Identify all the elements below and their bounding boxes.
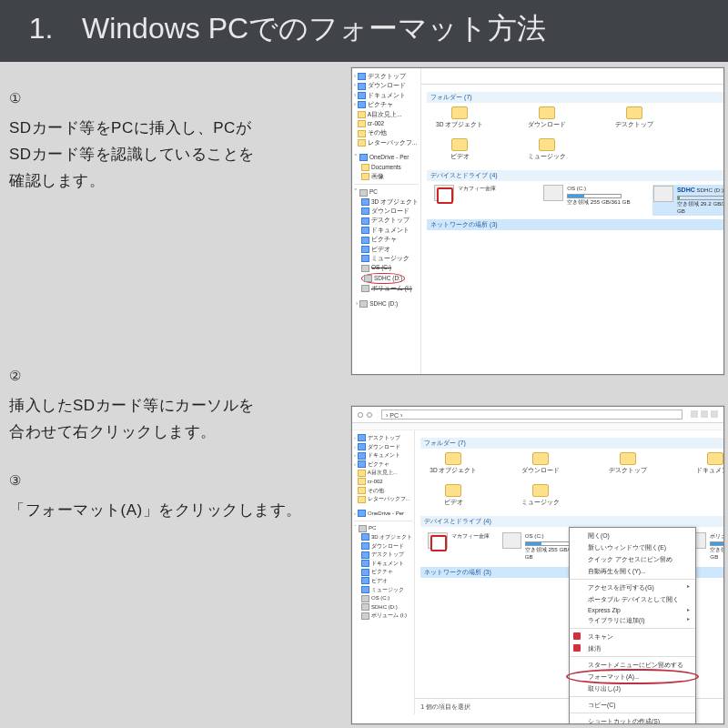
folder-item[interactable]: デスクトップ (609, 106, 660, 129)
section-header-devices[interactable]: デバイスとドライブ (4) (420, 516, 724, 527)
drive-mcafee[interactable]: マカフィー金庫 (428, 532, 491, 563)
menu-new-window[interactable]: 新しいウィンドウで開く(E) (570, 541, 695, 553)
folder-item[interactable]: ビデオ (428, 484, 479, 507)
menu-grant-access[interactable]: アクセスを許可する(G) (570, 581, 695, 593)
step-1-number: ① (9, 90, 337, 106)
folder-item[interactable]: デスクトップ (602, 452, 653, 475)
menu-scan[interactable]: スキャン (570, 631, 695, 642)
folder-item[interactable]: ダウンロード (521, 106, 572, 129)
menu-copy[interactable]: コピー(C) (570, 699, 695, 711)
folder-item[interactable]: ビデオ (434, 138, 485, 161)
context-menu: 開く(O) 新しいウィンドウで開く(E) クイック アクセスにピン留め 自動再生… (569, 527, 696, 724)
instructions-column: ① SDカード等をPCに挿入し、PCが SDカード等を認識していることを 確認し… (0, 62, 346, 524)
menu-format[interactable]: フォーマット(A)... (570, 671, 695, 682)
folder-item[interactable]: ダウンロード (515, 452, 566, 475)
sdcard-icon (653, 186, 673, 202)
drive-sdhc[interactable]: SDHC SDHC (D:) 空き領域 29.2 GB/29.2 GB (652, 185, 724, 216)
screenshot-explorer-context-menu: › PC › ›デスクトップ ›ダウンロード ›ドキュメント ›ピクチャ A目次… (351, 406, 724, 724)
menu-eject[interactable]: 取り出し(J) (570, 682, 695, 694)
menu-shred[interactable]: 抹消 (570, 642, 695, 654)
menu-shortcut[interactable]: ショートカットの作成(S) (570, 715, 695, 724)
menu-pin-quick[interactable]: クイック アクセスにピン留め (570, 553, 695, 565)
section-header-devices[interactable]: デバイスとドライブ (4) (427, 170, 724, 181)
step-2-number: ② (9, 368, 337, 384)
step-3-text: 「フォーマット(A)」をクリックします。 (9, 498, 337, 524)
explorer-nav-tree[interactable]: ›デスクトップ ›ダウンロード ›ドキュメント ›ピクチャ A目次見上... c… (352, 430, 415, 714)
address-bar[interactable]: › PC › (381, 410, 682, 420)
shield-icon (434, 185, 454, 201)
nav-forward-icon[interactable] (367, 412, 372, 418)
tree-sdhc-circled[interactable]: SDHC (D:) (354, 273, 419, 284)
folder-item[interactable]: ドキュメント (690, 452, 724, 475)
section-header-folders[interactable]: フォルダー (7) (427, 92, 724, 103)
folder-item[interactable]: ミュージック (521, 138, 572, 161)
nav-back-icon[interactable] (358, 412, 363, 418)
folder-item[interactable]: 3D オブジェクト (434, 106, 485, 129)
drive-osc[interactable]: OS (C:) 空き領域 255 GB/361 GB (543, 185, 634, 216)
step-3-number: ③ (9, 472, 337, 489)
section-header-folders[interactable]: フォルダー (7) (420, 438, 724, 449)
hdd-icon (502, 532, 521, 549)
folder-item[interactable]: 3D オブジェクト (428, 452, 479, 475)
title-number: 1. (0, 12, 82, 46)
menu-include-library[interactable]: ライブラリに追加(I) (570, 614, 695, 626)
menu-express-zip[interactable]: Express Zip (570, 605, 695, 614)
step-1-text: SDカード等をPCに挿入し、PCが SDカード等を認識していることを 確認します… (9, 116, 337, 195)
menu-autoplay[interactable]: 自動再生を開く(Y)... (570, 565, 695, 577)
drive-mcafee[interactable]: マカフィー金庫 (434, 185, 525, 216)
hdd-icon (543, 185, 563, 201)
page-title: 1.Windows PCでのフォーマット方法 (0, 0, 728, 62)
section-header-network[interactable]: ネットワークの場所 (3) (427, 219, 724, 230)
step-2-text: 挿入したSDカード等にカーソルを 合わせて右クリックします。 (9, 393, 337, 446)
shield-icon (428, 532, 448, 549)
menu-open[interactable]: 開く(O) (570, 530, 695, 541)
title-text: Windows PCでのフォーマット方法 (82, 12, 546, 45)
menu-portable-device[interactable]: ポータブル デバイスとして開く (570, 593, 695, 605)
screenshot-explorer-drive-view: ›デスクトップ ›ダウンロード ›ドキュメント ›ピクチャ A目次見上... c… (351, 67, 724, 375)
explorer-nav-tree[interactable]: ›デスクトップ ›ダウンロード ›ドキュメント ›ピクチャ A目次見上... c… (352, 68, 421, 374)
folder-item[interactable]: ミュージック (515, 484, 566, 507)
menu-pin-start[interactable]: スタートメニューにピン留めする (570, 659, 695, 671)
explorer-titlebar (421, 68, 724, 85)
explorer-toolbar[interactable]: › PC › (352, 407, 723, 423)
